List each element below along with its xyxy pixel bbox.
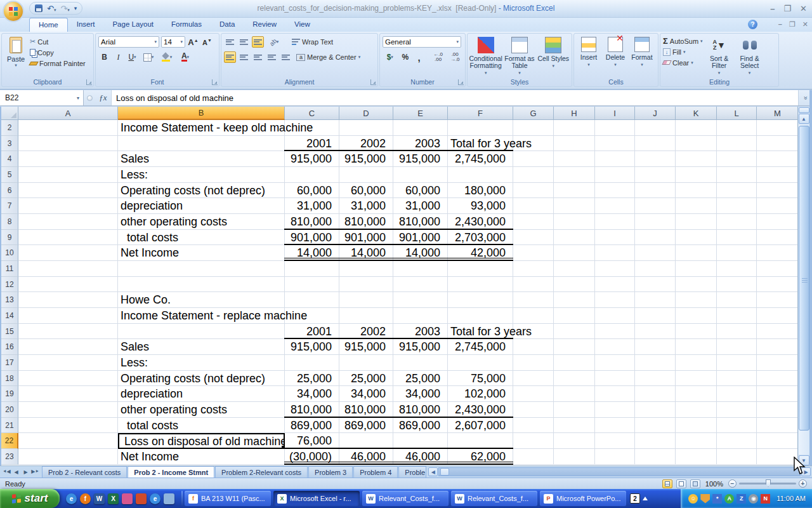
cell-A15[interactable] — [18, 324, 118, 340]
sheet-tab-problem-3[interactable]: Problem 3 — [308, 466, 353, 478]
cell-I15[interactable] — [595, 324, 635, 340]
cell-L6[interactable] — [717, 183, 757, 199]
paste-dropdown-icon[interactable]: ▾ — [15, 63, 17, 68]
increase-indent-button[interactable] — [280, 51, 292, 63]
cell-L15[interactable] — [717, 324, 757, 340]
cell-M7[interactable] — [757, 198, 797, 214]
cell-F3[interactable]: Total for 3 years — [448, 136, 513, 152]
volume-icon[interactable]: ◉ — [749, 494, 758, 504]
cell-M3[interactable] — [757, 136, 797, 152]
cell-L19[interactable] — [717, 386, 757, 402]
column-header-B[interactable]: B — [118, 107, 285, 120]
cell-K18[interactable] — [676, 371, 717, 387]
cell-L4[interactable] — [717, 151, 757, 167]
cell-C12[interactable] — [285, 277, 339, 293]
row-header-15[interactable]: 15 — [1, 324, 18, 340]
cell-E18[interactable]: 25,000 — [393, 371, 448, 387]
cell-A17[interactable] — [18, 355, 118, 371]
cell-D7[interactable]: 31,000 — [339, 198, 393, 214]
cell-D6[interactable]: 60,000 — [339, 183, 393, 199]
cell-B11[interactable] — [118, 261, 285, 277]
cell-G8[interactable] — [513, 214, 554, 230]
cell-L20[interactable] — [717, 402, 757, 418]
cell-E20[interactable]: 810,000 — [393, 402, 448, 418]
horizontal-scrollbar[interactable]: ◀ ▶ — [428, 467, 811, 476]
cell-M23[interactable] — [757, 449, 797, 465]
middle-align-button[interactable] — [238, 36, 250, 48]
borders-button[interactable]: ▾ — [140, 51, 157, 63]
cell-A14[interactable] — [18, 308, 118, 324]
cell-F15[interactable]: Total for 3 years — [448, 324, 513, 340]
cell-J23[interactable] — [635, 449, 676, 465]
tab-home[interactable]: Home — [29, 18, 68, 32]
cell-A20[interactable] — [18, 402, 118, 418]
help-icon[interactable]: ? — [748, 20, 757, 29]
cell-I8[interactable] — [595, 214, 635, 230]
first-sheet-icon[interactable]: ⯇◀ — [3, 468, 11, 476]
cell-B21[interactable]: total costs — [118, 418, 285, 434]
taskbar-button[interactable]: WRelevant_Costs_f... — [451, 491, 537, 506]
cell-H17[interactable] — [554, 355, 595, 371]
conditional-formatting-button[interactable]: Conditional Formatting▾ — [469, 35, 502, 77]
sheet-tab-prob-2-income-stmnt[interactable]: Prob 2 - Income Stmnt — [128, 466, 214, 478]
alignment-dialog-launcher[interactable] — [370, 79, 376, 85]
cell-C13[interactable] — [285, 292, 339, 308]
cell-K13[interactable] — [676, 292, 717, 308]
cell-M12[interactable] — [757, 277, 797, 293]
grouped-windows-badge[interactable]: 2 — [630, 493, 640, 504]
cell-E11[interactable] — [393, 261, 448, 277]
font-name-select[interactable]: Arial▾ — [98, 36, 159, 48]
column-header-A[interactable]: A — [18, 107, 118, 120]
cell-C21[interactable]: 869,000 — [285, 418, 339, 434]
cell-M16[interactable] — [757, 339, 797, 355]
cell-L10[interactable] — [717, 245, 757, 261]
column-header-H[interactable]: H — [554, 107, 595, 120]
cell-L14[interactable] — [717, 308, 757, 324]
cell-E6[interactable]: 60,000 — [393, 183, 448, 199]
cell-K2[interactable] — [676, 120, 717, 136]
shrink-font-button[interactable]: A▼ — [201, 36, 213, 48]
zoom-in-icon[interactable]: + — [799, 479, 807, 488]
cell-C4[interactable]: 915,000 — [285, 151, 339, 167]
accounting-format-button[interactable]: $▾ — [383, 51, 398, 63]
cell-F22[interactable] — [448, 433, 513, 449]
row-header-16[interactable]: 16 — [1, 339, 18, 355]
cell-K16[interactable] — [676, 339, 717, 355]
cell-H5[interactable] — [554, 167, 595, 183]
cell-H23[interactable] — [554, 449, 595, 465]
norton-icon[interactable]: N — [761, 494, 770, 504]
cell-E4[interactable]: 915,000 — [393, 151, 448, 167]
column-header-I[interactable]: I — [595, 107, 635, 120]
cell-J13[interactable] — [635, 292, 676, 308]
cell-H3[interactable] — [554, 136, 595, 152]
cell-F14[interactable] — [448, 308, 513, 324]
cell-F19[interactable]: 102,000 — [448, 386, 513, 402]
cell-I10[interactable] — [595, 245, 635, 261]
cell-J8[interactable] — [635, 214, 676, 230]
cell-E21[interactable]: 869,000 — [393, 418, 448, 434]
taskbar-button[interactable]: WRelevant_Costs_f... — [362, 491, 449, 506]
row-header-4[interactable]: 4 — [1, 151, 18, 167]
ie-shortcut-icon[interactable] — [164, 493, 174, 504]
cell-M14[interactable] — [757, 308, 797, 324]
italic-button[interactable]: I — [112, 51, 124, 63]
cell-A9[interactable] — [18, 230, 118, 246]
cell-H2[interactable] — [554, 120, 595, 136]
cell-F20[interactable]: 2,430,000 — [448, 402, 513, 418]
cell-B4[interactable]: Sales — [118, 151, 285, 167]
last-sheet-icon[interactable]: ▶⯈ — [31, 468, 39, 476]
taskbar-button[interactable]: fBA 213 W11 (Pasc... — [185, 491, 271, 506]
cell-F9[interactable]: 2,703,000 — [448, 230, 513, 246]
tab-formulas[interactable]: Formulas — [162, 18, 211, 32]
cell-J3[interactable] — [635, 136, 676, 152]
cell-L22[interactable] — [717, 433, 757, 449]
cell-C11[interactable] — [285, 261, 339, 277]
cell-H7[interactable] — [554, 198, 595, 214]
cell-I11[interactable] — [595, 261, 635, 277]
font-dialog-launcher[interactable] — [212, 79, 218, 85]
cell-G21[interactable] — [513, 418, 554, 434]
cell-C19[interactable]: 34,000 — [285, 386, 339, 402]
row-header-5[interactable]: 5 — [1, 167, 18, 183]
cell-E3[interactable]: 2003 — [393, 136, 448, 152]
taskbar-button[interactable]: XMicrosoft Excel - r... — [273, 491, 360, 506]
